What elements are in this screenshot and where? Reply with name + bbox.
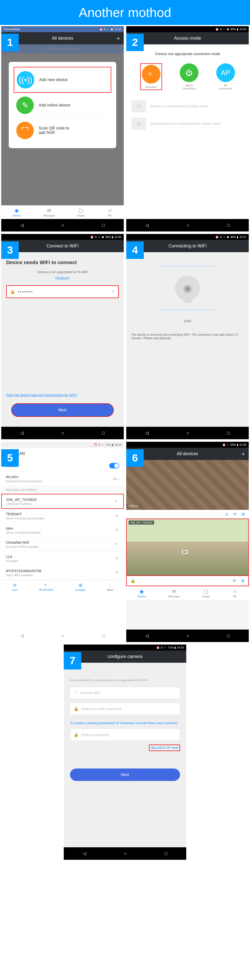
wifi-name[interactable]: TENDAIT [6,276,119,280]
recent-nav-icon[interactable]: □ [227,633,230,638]
screen-body: Device needs WiFi to connect Camera is n… [1,252,124,427]
ap-mode[interactable]: AP APconnection [216,64,235,90]
network-status: Encrypted [6,560,18,562]
wifi-signal-icon: ᯤ [115,570,119,575]
item-label: Add online device [39,103,70,108]
status-bar: China Mobile ⏰ ⚙ ᯤ ⏺ 12:03 [1,26,124,32]
app-header: ‹ Connect to WiFi [1,240,124,252]
back-nav-icon[interactable]: ◁ [20,430,24,436]
recent-nav-icon[interactable]: □ [102,223,105,228]
add-new-device-item[interactable]: ((•)) Add new device [14,67,111,93]
header-title: All devices [52,36,73,41]
network-row[interactable]: TENDAITSaved, encrypted (good quality) ᯤ [1,509,124,523]
network-row-selected[interactable]: GW_AP_7315624Obtaining IP address... ᯤ [1,494,124,509]
home-nav-icon[interactable]: ○ [61,633,64,638]
placeholder-text: Enter your WiFi password [81,707,121,711]
lock-icon[interactable]: 🔒 [130,578,136,583]
discover-banner[interactable]: discover new device [1,45,124,53]
skip-ap-mode-link[interactable]: skip,shift to AP mode [149,745,180,751]
next-button[interactable]: Next [70,768,180,781]
next-button[interactable]: Next [11,403,114,417]
subtitle-text: Camera is not supportable for 5G WiFi [6,270,119,274]
password-value: •••••••• [18,290,108,294]
screen-5: 5 ⏰ ⚙ ᯤ 72% ▮ 14:16 ☰ WLAN WLAN WLAN+Enh… [1,442,124,642]
recent-nav-icon[interactable]: □ [227,431,230,436]
recent-nav-icon[interactable]: □ [227,223,230,228]
visiting-password-input[interactable]: 🔒 Enter a password [70,729,180,741]
edit-icon: ✎ [16,97,34,114]
app-header: ‹ Access mode [126,32,249,45]
configure-button[interactable]: ⚙Configure [75,583,86,592]
choose-wifi-input[interactable]: ᯤ Choose WiFi [70,687,180,699]
android-nav: ◁ ○ □ [64,847,186,860]
step-badge-6: 6 [126,449,144,467]
indoor-camera-icon: ⊙ [131,100,146,113]
wifi-icon: ᯤ [142,65,160,84]
message-icon: ✉ [43,207,55,213]
camera-controls: ⊙ ⟳ ⚙ [126,510,249,519]
camera-bottom-controls: 🔒 ⟳ ⚙ [126,576,249,586]
eye-icon[interactable]: 👁 [111,290,115,294]
reload-icon[interactable]: ⟳ [233,578,236,583]
add-device-modal: ((•)) Add new device ✎ Add online device… [9,62,116,148]
app-header: ‹ All devices + [126,448,249,460]
step-badge-3: 3 [1,242,19,259]
recent-nav-icon[interactable]: □ [165,851,167,856]
item-label: Scan QR code toadd NVR [39,126,69,135]
home-nav-icon[interactable]: ○ [186,431,189,436]
network-row[interactable]: ChinaNet-hhtfEncrypted (WPS available) ᯤ [1,537,124,552]
network-row[interactable]: cjwxSaved, encrypted (available) ᯤ [1,523,124,537]
add-icon[interactable]: + [242,450,245,457]
network-status: Obtaining IP address... [6,502,37,505]
reload-icon[interactable]: ⟳ [233,512,237,517]
wlan-plus-row[interactable]: WLAN+Enhanced Internet experience On › [1,472,124,486]
more-button[interactable]: ⋮More [107,583,113,592]
image-icon: ▢ [77,207,85,213]
tab-my[interactable]: ☺My [107,207,112,217]
tab-device[interactable]: ◉Device [13,207,21,217]
back-nav-icon[interactable]: ◁ [20,223,24,228]
scan-button[interactable]: ⟳Scan [12,583,18,592]
tab-message[interactable]: ✉Message [43,207,55,217]
wlan-toggle[interactable] [109,463,119,468]
tab-device[interactable]: ◉Device [138,589,146,598]
add-online-device-item[interactable]: ✎ Add online device [14,93,111,118]
tab-image[interactable]: ▢Image [77,207,85,217]
screen-7: 7 ⏰ ⚙ ᯤ 71% ▮ 14:19 ‹ configure camera D… [64,644,186,860]
scan-qr-item[interactable]: ⌜⌝ Scan QR code toadd NVR [14,118,111,143]
wifi-signal-icon: ᯤ [115,499,119,504]
tab-my[interactable]: ☺My [232,589,237,598]
recent-nav-icon[interactable]: □ [102,633,105,638]
wifi-password-input[interactable]: 🔒 Enter your WiFi password [70,703,180,715]
camera-feed-active[interactable]: GW_AP_7315624 AP [126,519,249,576]
settings-icon[interactable]: ⚙ [241,578,245,583]
back-nav-icon[interactable]: ◁ [20,633,24,638]
camera-feed-offline[interactable]: 📎 130 Offline [126,460,249,510]
wave-graphic: ∿∿∿∿∿∿∿∿∿∿∿∿∿∿∿∿∿∿∿∿∿∿∿∿∿∿∿∿∿∿ [131,308,244,312]
back-nav-icon[interactable]: ◁ [145,633,149,638]
settings-icon[interactable]: ⚙ [242,512,245,517]
home-nav-icon[interactable]: ○ [186,223,189,228]
add-icon[interactable]: + [117,35,120,42]
tab-message[interactable]: ✉Message [168,589,180,598]
back-nav-icon[interactable]: ◁ [83,851,86,856]
smartlink-mode[interactable]: ᯤ Smartlink [140,64,162,90]
step-badge-5: 5 [1,449,19,467]
network-row[interactable]: 114Encrypted ᯤ [1,552,124,566]
home-nav-icon[interactable]: ○ [124,851,127,856]
recent-nav-icon[interactable]: □ [102,431,105,436]
wifi-requirements-link[interactable]: Does the device have any requirements fo… [6,393,77,397]
back-nav-icon[interactable]: ◁ [145,223,149,228]
wlan-direct-button[interactable]: ᯤWLAN Direct [39,583,54,592]
network-row[interactable]: IPCF3731085429756Open (WPS available) ᯤ [1,566,124,580]
password-input[interactable]: 🔒 •••••••• 👁 [6,285,119,298]
home-nav-icon[interactable]: ○ [61,223,64,228]
bottom-tabbar: ◉Device ✉Message ▢Image ☺My [126,586,249,600]
back-nav-icon[interactable]: ◁ [145,430,149,436]
wired-mode[interactable]: ⏻ Wiredconnection [180,64,199,90]
home-nav-icon[interactable]: ○ [61,431,64,436]
network-name: ChinaNet-hhtf [6,540,29,544]
home-nav-icon[interactable]: ○ [186,633,189,638]
tab-image[interactable]: ▢Image [202,589,210,598]
location-icon[interactable]: ⊙ [225,512,228,517]
